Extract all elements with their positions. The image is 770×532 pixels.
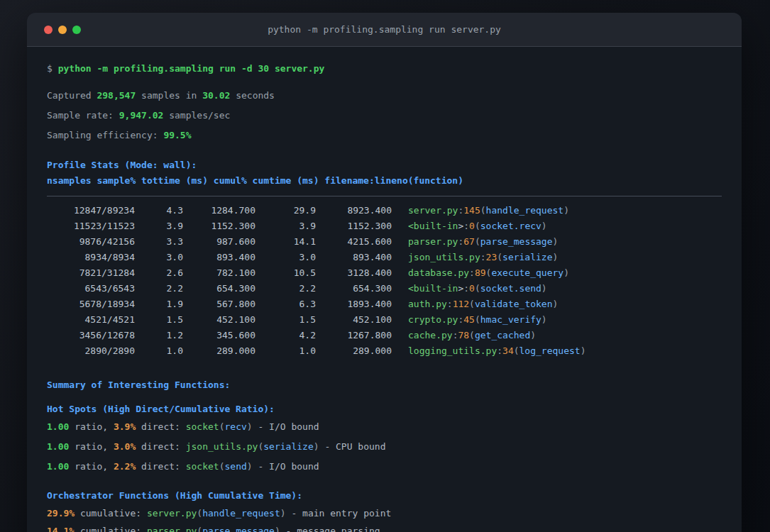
location-file: logging_utils.py — [408, 345, 497, 356]
orchestrator-file: server.py — [147, 508, 197, 519]
sample-rate-value: 9,947.02 — [119, 110, 164, 121]
profile-table: 12847/892344.31284.70029.98923.400server… — [47, 203, 722, 359]
cell-cumtime: 8923.400 — [316, 203, 392, 218]
location-close-paren: ) — [541, 314, 547, 325]
location-lineno: 0 — [469, 283, 475, 294]
location-lineno: 112 — [453, 299, 469, 309]
shell-prompt: $ — [47, 63, 53, 74]
cell-cumul-pct: 3.9 — [255, 218, 316, 234]
table-row: 11523/115233.91152.3003.91152.300<built-… — [47, 218, 722, 234]
location-function: handle_request — [486, 205, 564, 216]
hotspot-direct-label: direct: — [141, 441, 180, 452]
location-lineno: 89 — [475, 267, 486, 278]
table-row: 12847/892344.31284.70029.98923.400server… — [47, 203, 722, 218]
hotspot-note: - I/O bound — [258, 461, 319, 472]
location-function: get_cached — [475, 330, 530, 340]
cell-nsamples: 9876/42156 — [47, 234, 135, 250]
cell-location: server.py:145(handle_request) — [408, 205, 569, 216]
orchestrator-open-paren: ( — [197, 508, 202, 519]
cell-tottime: 1152.300 — [183, 218, 255, 234]
orchestrator-close-paren: ) — [275, 526, 280, 532]
table-row: 6543/65432.2654.3002.2654.300<built-in>:… — [47, 281, 722, 297]
cell-tottime: 345.600 — [183, 328, 255, 343]
cell-nsamples: 3456/12678 — [47, 328, 135, 343]
cell-location: <built-in>:0(socket.recv) — [408, 221, 547, 231]
hotspot-close-paren: ) — [314, 441, 319, 452]
table-row: 4521/45211.5452.1001.5452.100crypto.py:4… — [47, 312, 722, 328]
cell-cumtime: 1152.300 — [316, 218, 392, 234]
terminal-window: python -m profiling.sampling run server.… — [27, 13, 742, 532]
location-colon: : — [463, 221, 469, 231]
table-row: 7821/312842.6782.10010.53128.400database… — [47, 265, 722, 281]
cell-cumtime: 452.100 — [316, 312, 392, 328]
cell-sample-pct: 1.9 — [135, 297, 183, 312]
hotspot-close-paren: ) — [247, 461, 253, 472]
captured-line: Captured 298,547 samples in 30.02 second… — [47, 89, 722, 102]
cell-sample-pct: 1.2 — [135, 328, 183, 343]
hotspot-ratio: 1.00 — [47, 461, 69, 472]
location-function: log_request — [519, 345, 581, 356]
hotspot-ratio-label: ratio, — [75, 421, 108, 432]
location-close-paren: ) — [553, 299, 559, 309]
table-row: 2890/28901.0289.0001.0289.000logging_uti… — [47, 343, 722, 359]
hot-spot-item: 1.00 ratio, 3.0% direct: json_utils.py(s… — [47, 440, 722, 453]
titlebar: python -m profiling.sampling run server.… — [27, 13, 742, 47]
hotspot-direct-label: direct: — [141, 421, 180, 432]
location-open-paren: ( — [480, 205, 486, 216]
location-file: json_utils.py — [408, 252, 480, 262]
location-function: serialize — [502, 252, 552, 262]
table-row: 3456/126781.2345.6004.21267.800cache.py:… — [47, 328, 722, 343]
orchestrator-pct: 14.1% — [47, 526, 75, 532]
cell-tottime: 567.800 — [183, 297, 255, 312]
sample-rate-line: Sample rate: 9,947.02 samples/sec — [47, 109, 722, 122]
location-close-paren: ) — [553, 252, 559, 262]
cell-nsamples: 5678/18934 — [47, 297, 135, 312]
orchestrator-label: cumulative: — [80, 508, 141, 519]
location-colon: : — [463, 283, 469, 294]
location-file: database.py — [408, 267, 469, 278]
orchestrator-item: 29.9% cumulative: server.py(handle_reque… — [47, 507, 722, 520]
table-row: 5678/189341.9567.8006.31893.400auth.py:1… — [47, 297, 722, 312]
cell-nsamples: 8934/8934 — [47, 250, 135, 265]
location-close-paren: ) — [541, 283, 547, 294]
orchestrator-function: parse_message — [202, 526, 275, 532]
location-colon: : — [480, 252, 486, 262]
hot-spot-item: 1.00 ratio, 3.9% direct: socket(recv) - … — [47, 421, 722, 433]
cell-cumul-pct: 1.0 — [255, 343, 316, 359]
hotspot-ratio: 1.00 — [47, 441, 69, 452]
cell-cumtime: 3128.400 — [316, 265, 392, 281]
orchestrator-item: 14.1% cumulative: parser.py(parse_messag… — [47, 525, 722, 532]
table-row: 8934/89343.0893.4003.0893.400json_utils.… — [47, 250, 722, 265]
location-close-paren: ) — [530, 330, 536, 340]
table-row: 9876/421563.3987.60014.14215.600parser.p… — [47, 234, 722, 250]
orchestrator-note: - main entry point — [291, 508, 391, 519]
sample-rate-label: Sample rate: — [47, 110, 114, 121]
location-close-paren: ) — [563, 267, 569, 278]
location-function: socket.recv — [480, 221, 541, 231]
window-title: python -m profiling.sampling run server.… — [27, 24, 742, 35]
cell-tottime: 782.100 — [183, 265, 255, 281]
location-file: auth.py — [408, 299, 447, 309]
location-lineno: 0 — [469, 221, 475, 231]
hotspot-pct: 3.0% — [114, 441, 136, 452]
location-colon: : — [497, 345, 502, 356]
cell-tottime: 1284.700 — [183, 203, 255, 218]
cell-cumul-pct: 4.2 — [255, 328, 316, 343]
captured-suffix: seconds — [236, 90, 275, 101]
cell-location: <built-in>:0(socket.send) — [408, 283, 547, 294]
sample-rate-unit: samples/sec — [169, 110, 230, 121]
duration-value: 30.02 — [202, 90, 230, 101]
captured-label: Captured — [47, 90, 92, 101]
hotspot-close-paren: ) — [247, 421, 253, 432]
command-line: $ python -m profiling.sampling run -d 30… — [47, 62, 722, 75]
cell-sample-pct: 3.9 — [135, 218, 183, 234]
location-file: parser.py — [408, 236, 458, 247]
location-file: cache.py — [408, 330, 453, 340]
location-lineno: 78 — [458, 330, 469, 340]
efficiency-label: Sampling efficiency: — [47, 130, 158, 140]
captured-middle: samples in — [141, 90, 197, 101]
summary-heading: Summary of Interesting Functions: — [47, 379, 722, 392]
location-colon: : — [469, 267, 475, 278]
location-file: server.py — [408, 205, 458, 216]
terminal-content: $ python -m profiling.sampling run -d 30… — [27, 47, 742, 532]
